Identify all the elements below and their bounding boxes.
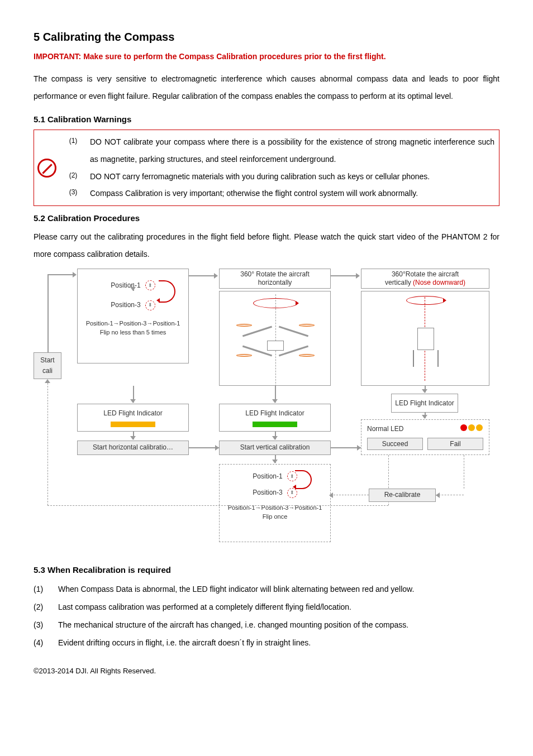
warning-text: DO NOT calibrate your compass where ther… (90, 133, 494, 168)
start-cali-box: Start cali (34, 352, 61, 379)
heading-52: 5.2 Calibration Procedures (34, 212, 499, 225)
item-number: (4) (34, 634, 54, 652)
intro-text: The compass is very sensitive to electro… (34, 70, 499, 105)
arrowhead-icon (329, 492, 333, 498)
rotate-h-line2: horizontally (258, 279, 292, 286)
switch-icon: ⬍ (145, 280, 155, 290)
procedures-intro: Please carry out the calibrating procedu… (34, 228, 499, 263)
item-number: (1) (34, 580, 54, 598)
switch-sequence: Position-1→Position-3→Position-1 (86, 319, 180, 328)
led-flight-indicator-label: LED Flight Indicator (391, 394, 458, 413)
item-text: Evident drifting occurs in flight, i.e. … (58, 634, 311, 652)
warning-number: (2) (62, 168, 84, 185)
connector-line (331, 275, 356, 276)
arrowhead-icon (215, 445, 219, 451)
rotate-h-line1: 360° Rotate the aircraft (240, 270, 310, 278)
dashed-connector (436, 495, 464, 495)
warning-item: (2)DO NOT carry ferromagnetic materials … (62, 168, 494, 185)
arrowhead-icon (130, 436, 136, 440)
switch-icon: ⬍ (287, 488, 297, 498)
step1-action: Start horizontal calibratio… (77, 441, 189, 455)
item-number: (3) (34, 616, 54, 634)
arrowhead-icon (73, 272, 77, 277)
flip-arrow-icon (159, 280, 175, 303)
arrowhead-icon (422, 415, 427, 419)
connector-line (47, 274, 73, 275)
warning-number: (1) (62, 133, 84, 168)
dashed-connector (47, 380, 48, 505)
fail-box: Fail (427, 438, 483, 450)
led-label: LED Flight Indicator (103, 408, 162, 419)
calibration-diagram: Start cali Quickly flip the switch S1 Po… (34, 269, 499, 559)
warnings-list: (1)DO NOT calibrate your compass where t… (62, 133, 494, 202)
flip-count: Flip no less than 5 times (86, 328, 180, 337)
recalibrate-box: Re-calibrate (369, 489, 436, 502)
arrowhead-icon (130, 399, 136, 403)
dashed-connector (464, 455, 464, 489)
section-title: 5 Calibrating the Compass (34, 28, 499, 46)
led-label: LED Flight Indicator (245, 408, 304, 419)
step2-action: Start vertical calibration (219, 441, 331, 455)
arrowhead-icon (272, 436, 278, 440)
position3-label: Position-3 (253, 487, 282, 498)
dashed-connector (331, 495, 369, 495)
connector-line (189, 447, 219, 448)
position3-label: Position-3 (111, 300, 140, 310)
heading-53: 5.3 When Recalibration is required (34, 563, 499, 577)
prohibit-icon (37, 159, 56, 178)
copyright-footer: ©2013-2014 DJI. All Rights Reserved. (34, 666, 499, 677)
warning-number: (3) (62, 185, 84, 202)
connector-line (47, 274, 49, 352)
position1-label: Position-1 (111, 280, 140, 291)
recalib-item: (2)Last compass calibration was performe… (34, 598, 499, 616)
flip-once-box: Position-1⬍ Position-3⬍ Position-1→Posit… (219, 464, 331, 542)
rotate-v-line2: vertically (385, 279, 411, 286)
item-text: Last compass calibration was performed a… (58, 598, 351, 616)
important-notice: IMPORTANT: Make sure to perform the Comp… (34, 50, 499, 63)
dashed-connector (47, 505, 388, 506)
switch-icon: ⬍ (145, 300, 155, 310)
arrowhead-icon (214, 273, 218, 279)
item-text: The mechanical structure of the aircraft… (58, 616, 408, 634)
item-number: (2) (34, 598, 54, 616)
recalibration-list: (1)When Compass Data is abnormal, the LE… (34, 580, 499, 652)
step3-drone-box (361, 291, 489, 386)
flip-once-label: Flip once (228, 513, 322, 521)
step2-title: 360° Rotate the aircraft horizontally (219, 269, 331, 289)
warning-item: (1)DO NOT calibrate your compass where t… (62, 133, 494, 168)
arrowhead-icon (45, 379, 50, 383)
warning-text: DO NOT carry ferromagnetic materials wit… (90, 168, 494, 185)
recalib-item: (3)The mechanical structure of the aircr… (34, 616, 499, 634)
arrowhead-icon (272, 460, 278, 463)
rotate-v-line1: 360°Rotate the aircraft (392, 270, 459, 278)
position1-label: Position-1 (253, 471, 282, 482)
succeed-box: Succeed (367, 438, 423, 450)
warning-item: (3)Compass Calibration is very important… (62, 185, 494, 202)
step2-led-box: LED Flight Indicator (219, 404, 331, 432)
arrowhead-icon (436, 492, 440, 498)
warning-text: Compass Calibration is very important; o… (90, 185, 494, 202)
arrowhead-icon (357, 445, 361, 451)
arrowhead-icon (422, 389, 427, 393)
led-green-bar (253, 422, 297, 427)
warnings-box: (1)DO NOT calibrate your compass where t… (34, 130, 499, 206)
led-yellow-bar (111, 422, 155, 427)
nose-downward: (Nose downward) (413, 279, 465, 286)
arrowhead-icon (272, 399, 278, 403)
connector-line (331, 447, 361, 448)
step1-led-box: LED Flight Indicator (77, 404, 189, 432)
connector-line (189, 275, 214, 276)
recalib-item: (4)Evident drifting occurs in flight, i.… (34, 634, 499, 652)
step3-title: 360°Rotate the aircraft vertically (Nose… (361, 269, 489, 289)
item-text: When Compass Data is abnormal, the LED f… (58, 580, 414, 598)
recalib-item: (1)When Compass Data is abnormal, the LE… (34, 580, 499, 598)
step2-drone-box (219, 291, 331, 386)
flip-arrow-icon (295, 470, 312, 489)
arrowhead-icon (356, 273, 360, 279)
arrowhead-icon (130, 287, 136, 291)
heading-51: 5.1 Calibration Warnings (34, 113, 499, 126)
led-result-box: Normal LED Succeed Fail (361, 419, 489, 455)
normal-led-label: Normal LED (367, 424, 403, 434)
